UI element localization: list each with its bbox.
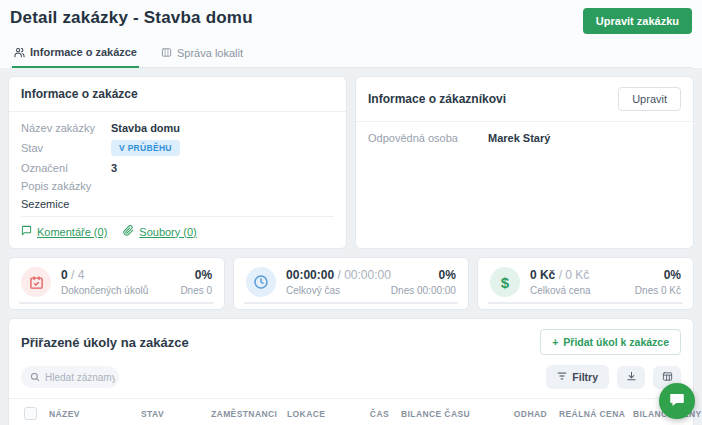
select-all-checkbox[interactable] [24,407,37,420]
tab-location-management[interactable]: Správa lokalit [159,46,245,67]
users-icon [14,47,25,58]
files-link-label: Soubory (0) [139,226,196,238]
comments-link-label: Komentáře (0) [37,226,107,238]
order-location-text: Sezemice [21,195,334,216]
map-icon [161,47,172,58]
stat-label: Dokončených úkolů [61,285,148,296]
stat-percent: 0% [180,268,212,282]
edit-order-button[interactable]: Upravit zakázku [583,8,692,34]
stat-label: Celkový čas [286,285,391,296]
column-header: LOKACE [281,401,345,425]
status-badge: V PRŮBĚHU [111,140,180,156]
stat-today: Dnes 00:00:00 [391,285,456,296]
stat-percent: 0% [635,268,681,282]
column-header: NÁZEV [43,401,135,425]
page-title: Detail zakázky - Stavba domu [10,8,253,28]
stat-today: Dnes 0 [180,285,212,296]
stat-secondary-value: / 4 [71,268,84,282]
table-header-row: NÁZEV STAV ZAMĚSTNANCI LOKACE ČAS BILANC… [9,398,693,425]
dollar-icon: $ [490,267,520,297]
column-header: ZAMĚSTNANCI [205,401,281,425]
chat-widget-button[interactable] [659,383,695,419]
stat-card-tasks: 0 / 4 Dokončených úkolů 0% Dnes 0 [8,257,225,310]
stat-main-value: 0 [61,268,68,282]
stat-today: Dnes 0 Kč [635,285,681,296]
search-input[interactable] [45,372,115,383]
designation-value: 3 [111,162,117,174]
add-task-button[interactable]: + Přidat úkol k zakázce [540,329,681,355]
stat-card-time: 00:00:00 / 00:00:00 Celkový čas 0% Dnes … [233,257,469,310]
stat-secondary-value: / 00:00:00 [337,268,390,282]
page-header: Detail zakázky - Stavba domu Upravit zak… [0,0,702,68]
customer-info-card: Informace o zákazníkovi Upravit Odpovědn… [355,76,694,249]
files-link[interactable]: Soubory (0) [123,225,196,238]
tab-label: Správa lokalit [177,47,243,59]
responsible-person-value: Marek Starý [488,132,550,144]
column-header: ODHAD [475,401,553,425]
stat-main-value: 0 Kč [530,268,555,282]
stat-secondary-value: / 0 Kč [559,268,590,282]
column-header: BILANCE ČASU [395,401,475,425]
clock-icon [246,267,276,297]
stat-main-value: 00:00:00 [286,268,334,282]
paperclip-icon [123,225,134,238]
add-task-label: Přidat úkol k zakázce [563,336,669,348]
field-label: Odpovědná osoba [368,132,488,144]
stat-progress-track [244,302,458,304]
stat-percent: 0% [391,268,456,282]
field-label: Označení [21,162,111,174]
filters-label: Filtry [572,371,598,383]
comments-link[interactable]: Komentáře (0) [21,225,107,238]
stat-label: Celková cena [530,285,591,296]
stat-progress-track [19,302,214,304]
export-button[interactable] [617,366,645,389]
stat-progress-track [488,302,683,304]
order-name-value: Stavba domu [111,122,180,134]
download-icon [626,370,637,385]
calendar-check-icon [21,267,51,297]
plus-icon: + [552,336,558,348]
column-header: REÁLNÁ CENA [553,401,627,425]
field-label: Název zakázky [21,122,111,134]
column-header: ČAS [345,401,395,425]
field-label: Stav [21,142,111,154]
filter-icon [557,371,567,383]
table-icon [662,370,673,385]
tasks-title: Přiřazené úkoly na zakázce [21,335,189,350]
tab-label: Informace o zakázce [30,46,137,58]
tasks-card: Přiřazené úkoly na zakázce + Přidat úkol… [8,318,694,425]
order-info-card: Informace o zakázce Název zakázky Stavba… [8,76,347,249]
tab-order-info[interactable]: Informace o zakázce [12,46,139,68]
order-info-title: Informace o zakázce [21,87,138,101]
chat-icon [668,391,686,412]
edit-customer-button[interactable]: Upravit [618,87,681,111]
column-header: STAV [135,401,205,425]
filters-button[interactable]: Filtry [546,365,609,389]
customer-info-title: Informace o zákazníkovi [368,92,506,106]
search-box[interactable] [21,366,119,388]
search-icon [30,368,40,386]
comment-icon [21,225,32,238]
tab-bar: Informace o zakázce Správa lokalit [10,46,692,68]
stat-card-price: $ 0 Kč / 0 Kč Celková cena 0% Dnes 0 Kč [477,257,694,310]
field-label: Popis zakázky [21,180,111,192]
